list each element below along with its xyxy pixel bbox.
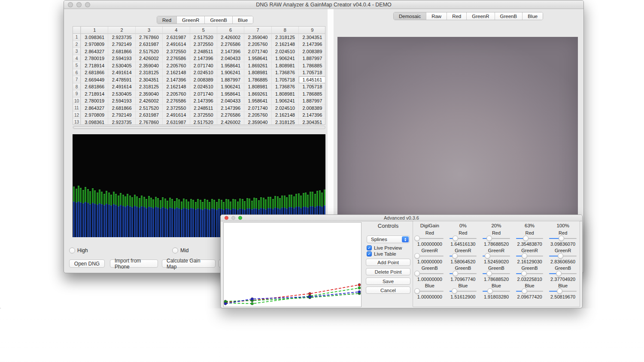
table-cell[interactable]: 1.906241 (217, 69, 244, 77)
gain-slider-greenb-4[interactable] (549, 271, 577, 277)
table-cell[interactable]: 2.530405 (108, 62, 135, 69)
table-cell[interactable]: 2.318125 (271, 119, 298, 125)
slider-thumb[interactable] (453, 235, 458, 241)
table-cell[interactable]: 2.359040 (244, 119, 271, 125)
table-cell[interactable]: 2.147396 (190, 55, 217, 63)
table-cell[interactable]: 2.478591 (108, 76, 135, 84)
spline-point[interactable] (309, 296, 311, 298)
preview-tab-demosaic[interactable]: Demosaic (394, 12, 426, 20)
table-cell[interactable]: 1.958641 (244, 55, 271, 63)
slider-thumb[interactable] (453, 271, 458, 276)
table-cell[interactable]: 1.705718 (298, 84, 325, 91)
minimize-icon[interactable] (76, 2, 82, 7)
table-cell[interactable]: 2.276586 (217, 41, 244, 48)
gain-slider-greenb-3[interactable] (516, 271, 544, 277)
table-cell[interactable]: 2.162148 (162, 84, 189, 91)
table-cell[interactable]: 2.669449 (81, 76, 108, 84)
table-cell[interactable]: 2.162148 (271, 41, 298, 48)
table-cell[interactable]: 2.205760 (244, 112, 271, 119)
spline-point[interactable] (358, 287, 361, 289)
gain-slider-red-4[interactable] (549, 235, 577, 241)
preview-tab-blue[interactable]: Blue (522, 12, 543, 20)
gain-slider-greenb-0[interactable] (416, 271, 444, 277)
table-cell[interactable]: 2.491614 (162, 112, 189, 119)
table-cell[interactable]: 2.024510 (271, 48, 298, 55)
gain-slider-greenr-3[interactable] (516, 253, 544, 259)
table-cell[interactable]: 1.705718 (271, 76, 298, 84)
table-cell[interactable]: 2.318125 (271, 34, 298, 41)
table-cell[interactable]: 2.923735 (108, 119, 135, 125)
table-cell[interactable]: 1.887997 (298, 98, 325, 105)
gain-slider-red-3[interactable] (516, 235, 544, 241)
table-cell[interactable]: 2.970809 (81, 41, 108, 48)
table-cell[interactable]: 2.792149 (108, 41, 135, 48)
table-cell[interactable]: 2.780019 (81, 55, 108, 63)
preview-tab-greenr[interactable]: GreenR (466, 12, 494, 20)
table-cell[interactable]: 2.008389 (190, 76, 217, 84)
calculate-gain-map-button[interactable]: Calculate Gain Map (162, 259, 216, 268)
table-cell[interactable]: 2.304351 (135, 76, 162, 84)
radio-circle-icon[interactable] (69, 247, 75, 253)
close-icon[interactable] (225, 216, 228, 220)
table-column-header[interactable]: 7 (244, 27, 271, 34)
table-cell[interactable]: 2.517520 (190, 119, 217, 125)
table-cell[interactable]: 2.147396 (217, 105, 244, 112)
table-cell[interactable]: 2.008389 (298, 48, 325, 55)
table-column-header[interactable]: 1 (81, 27, 108, 34)
table-cell[interactable]: 2.024510 (190, 84, 217, 91)
table-cell[interactable]: 2.276586 (162, 98, 189, 105)
tab-blue[interactable]: Blue (232, 16, 253, 24)
table-cell[interactable]: 1.786885 (298, 62, 325, 69)
table-column-header[interactable]: 4 (162, 27, 189, 34)
advanced-titlebar[interactable]: Advanced v0.3.6 (221, 215, 582, 221)
gain-slider-blue-3[interactable] (516, 288, 544, 294)
tab-greenb[interactable]: GreenB (204, 16, 232, 24)
live-table-checkbox[interactable]: ✓ Live Table (367, 251, 396, 256)
table-cell[interactable]: 1.808981 (271, 90, 298, 98)
table-cell[interactable]: 2.008389 (298, 105, 325, 112)
slider-thumb[interactable] (414, 253, 420, 259)
table-cell[interactable]: 2.923735 (108, 34, 135, 41)
slider-thumb[interactable] (521, 271, 527, 276)
radio-mid[interactable]: Mid (172, 247, 188, 253)
table-cell[interactable]: 2.718914 (81, 62, 108, 69)
tab-greenr[interactable]: GreenR (176, 16, 204, 24)
table-cell[interactable]: 1.958641 (244, 98, 271, 105)
close-icon[interactable] (68, 2, 73, 7)
table-cell[interactable]: 2.864327 (81, 105, 108, 112)
gain-slider-greenb-1[interactable] (450, 271, 477, 277)
gain-slider-red-1[interactable] (450, 235, 477, 241)
table-cell[interactable]: 2.970809 (81, 112, 108, 119)
table-cell[interactable]: 1.906241 (271, 98, 298, 105)
table-cell[interactable]: 1.887997 (217, 76, 244, 84)
table-cell[interactable]: 1.887997 (298, 55, 325, 63)
table-cell[interactable]: 1.869261 (244, 62, 271, 69)
table-cell[interactable]: 2.318125 (135, 69, 162, 77)
zoom-icon[interactable] (85, 2, 90, 7)
gain-slider-blue-4[interactable] (549, 288, 577, 294)
table-horizontal-scrollbar[interactable] (73, 126, 325, 129)
table-cell[interactable]: 1.705718 (298, 69, 325, 77)
table-cell[interactable]: 2.631987 (135, 41, 162, 48)
table-cell[interactable]: 2.767860 (135, 119, 162, 125)
table-cell[interactable]: 2.024510 (190, 69, 217, 77)
minimize-icon[interactable] (231, 216, 235, 220)
table-cell[interactable]: 2.040433 (217, 98, 244, 105)
slider-thumb[interactable] (557, 288, 562, 294)
table-cell[interactable]: 1.808981 (244, 69, 271, 77)
slider-thumb[interactable] (486, 235, 492, 241)
table-cell[interactable]: 2.491614 (108, 69, 135, 77)
cancel-button[interactable]: Cancel (366, 287, 410, 294)
table-cell[interactable]: 2.071740 (244, 105, 271, 112)
table-cell[interactable]: 2.276586 (162, 55, 189, 63)
table-cell[interactable]: 2.071740 (190, 90, 217, 98)
table-cell[interactable]: 2.372550 (190, 112, 217, 119)
table-cell[interactable]: 2.594193 (108, 98, 135, 105)
table-cell[interactable]: 2.780019 (81, 98, 108, 105)
table-cell[interactable]: 2.631987 (162, 34, 189, 41)
slider-thumb[interactable] (522, 288, 527, 294)
table-cell[interactable]: 2.517520 (135, 48, 162, 55)
table-cell[interactable]: 1.736876 (271, 69, 298, 77)
table-cell[interactable]: 2.276586 (217, 112, 244, 119)
table-cell[interactable]: 2.205760 (162, 90, 189, 98)
